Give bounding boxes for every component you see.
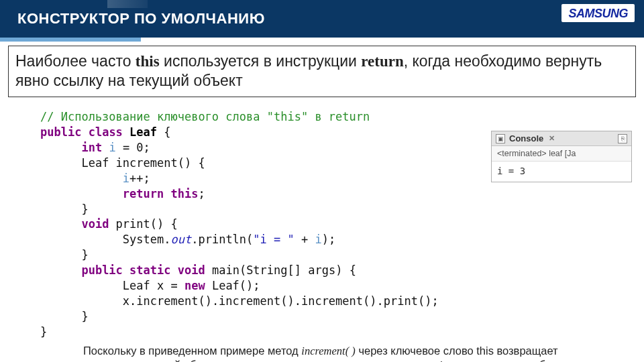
console-output: i = 3	[492, 162, 631, 182]
println: .println(	[191, 233, 253, 246]
brace-close4: }	[40, 325, 47, 339]
intro-text: Наиболее часто this используется в инстр…	[15, 52, 629, 91]
brace-close2: }	[81, 248, 88, 261]
endcall: );	[322, 233, 335, 246]
out: out	[170, 233, 191, 246]
semi: ;	[198, 187, 205, 200]
kw-return: return	[123, 187, 164, 200]
kw-int: int	[81, 141, 102, 154]
new-leaf: Leaf();	[205, 279, 260, 292]
intro-mid: используется в инструкции	[160, 52, 362, 70]
close-icon[interactable]: ✕	[549, 134, 555, 143]
brand-logo-text: SAMSUNG	[568, 7, 628, 20]
note-text: Поскольку в приведенном примере метод in…	[40, 340, 617, 362]
brace-close: }	[81, 202, 88, 216]
intro-box: Наиболее часто this используется в инстр…	[8, 46, 636, 97]
kw-void2: void	[178, 263, 205, 277]
sys: System.	[123, 233, 171, 246]
str-lit: "i = "	[253, 233, 294, 246]
decor-stripe	[107, 0, 148, 8]
console-tab-label: Console	[509, 133, 543, 143]
kw-public2: public	[81, 263, 122, 277]
kw-new: new	[184, 279, 205, 292]
incr: ++;	[129, 172, 150, 185]
note-t3: одного и того же объекта.	[442, 359, 577, 362]
note-i1: increment( )	[301, 345, 355, 357]
field-i2: i	[123, 172, 129, 185]
chain-call: x.increment().increment().increment().pr…	[123, 294, 439, 308]
kw-void: void	[81, 217, 109, 231]
kw-public: public	[40, 125, 81, 139]
title-underline	[0, 38, 141, 42]
init: = 0;	[116, 141, 150, 154]
class-name: Leaf	[129, 125, 157, 139]
note-t1: Поскольку в приведенном примере метод	[83, 345, 301, 357]
plus: +	[294, 233, 315, 246]
intro-kw-return: return	[361, 53, 403, 70]
field-i: i	[109, 141, 115, 154]
code-comment: // Использование ключевого слова "this" …	[40, 110, 370, 123]
slide-header: КОНСТРУКТОР ПО УМОЛЧАНИЮ SAMSUNG	[0, 0, 644, 38]
intro-kw-this: this	[136, 53, 160, 70]
brace-close3: }	[81, 310, 88, 323]
kw-this: this	[171, 187, 199, 200]
console-icon: ▣	[496, 134, 505, 143]
console-panel: ▣ Console ✕ ⎘ <terminated> leaf [Ja i = …	[491, 131, 632, 182]
intro-pre: Наиболее часто	[15, 52, 136, 70]
slide-title: КОНСТРУКТОР ПО УМОЛЧАНИЮ	[0, 10, 265, 27]
brand-logo: SAMSUNG	[561, 4, 635, 22]
console-status: <terminated> leaf [Ja	[492, 146, 631, 162]
decl: Leaf x =	[123, 279, 184, 292]
console-tab-row: ▣ Console ✕ ⎘	[492, 131, 631, 146]
field-i3: i	[315, 233, 321, 246]
main-sig: main(String[] args) {	[205, 263, 356, 277]
kw-class: class	[89, 125, 123, 139]
brace: {	[157, 125, 170, 139]
method-print: print() {	[109, 217, 177, 231]
kw-static: static	[129, 263, 170, 277]
method-incr: Leaf increment() {	[81, 156, 205, 170]
pin-icon[interactable]: ⎘	[618, 134, 627, 143]
